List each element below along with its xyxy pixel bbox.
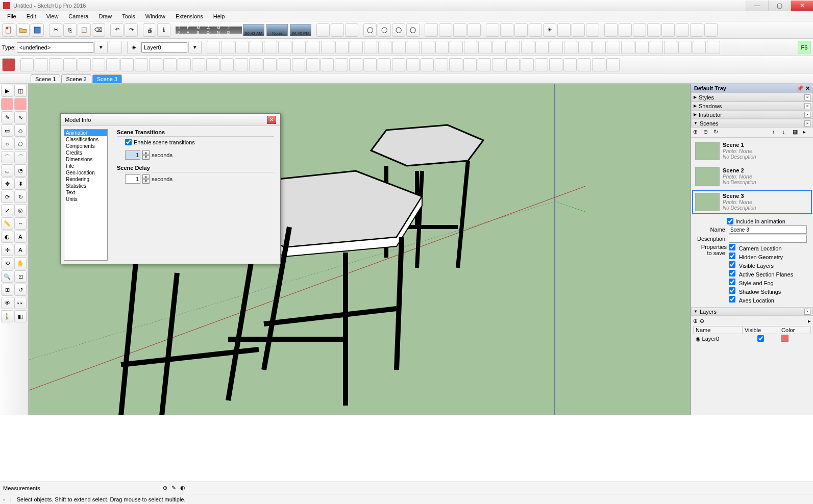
scene-up-icon[interactable]: ↑ xyxy=(772,129,780,137)
paste-icon[interactable]: 📋 xyxy=(78,23,91,37)
toolbar-icon[interactable] xyxy=(621,41,634,54)
toolbar-icon[interactable] xyxy=(350,41,363,54)
scene-menu-icon[interactable]: ▸ xyxy=(803,129,811,137)
menu-edit[interactable]: Edit xyxy=(21,12,41,20)
toolbar-icon[interactable] xyxy=(35,58,48,71)
section-layers[interactable]: ▼Layers× xyxy=(691,307,813,316)
layer-visible-checkbox[interactable] xyxy=(757,335,764,342)
maximize-button[interactable]: ▢ xyxy=(768,1,791,11)
3dtext-icon[interactable]: A xyxy=(14,244,27,256)
dialog-list-item[interactable]: Text xyxy=(64,189,107,196)
toolbar-icon[interactable] xyxy=(453,23,466,37)
toolbar-icon[interactable] xyxy=(650,41,663,54)
toolbar-icon[interactable] xyxy=(578,41,592,54)
toolbar-icon[interactable] xyxy=(478,41,491,54)
toolbar-icon[interactable] xyxy=(206,58,219,71)
pushpull-icon[interactable]: ⬍ xyxy=(14,178,27,190)
time-noon[interactable]: Noon xyxy=(266,24,288,36)
toolbar-icon[interactable] xyxy=(439,23,452,37)
erase-icon[interactable]: ⌫ xyxy=(92,23,105,37)
eraser-icon[interactable] xyxy=(1,98,13,110)
toolbar-icon[interactable] xyxy=(486,23,499,37)
toolbar-icon[interactable] xyxy=(578,58,591,71)
toolbar-icon[interactable] xyxy=(463,58,477,71)
toolbar-icon[interactable] xyxy=(678,41,692,54)
dialog-list-item[interactable]: Geo-location xyxy=(64,169,107,176)
toolbar-icon[interactable] xyxy=(378,41,391,54)
time-afternoon[interactable]: 04:45 PM xyxy=(290,24,311,36)
toolbar-icon[interactable] xyxy=(321,58,334,71)
open-file-icon[interactable] xyxy=(16,23,30,37)
toolbar-icon[interactable] xyxy=(392,41,406,54)
toolbar-icon[interactable] xyxy=(278,58,291,71)
toolbar-icon[interactable] xyxy=(149,58,162,71)
menu-file[interactable]: File xyxy=(2,12,21,20)
tape-icon[interactable]: 📏 xyxy=(1,217,13,230)
toolbar-icon[interactable] xyxy=(331,23,344,37)
arc2-icon[interactable]: ⌒ xyxy=(14,151,27,163)
toolbar-icon[interactable] xyxy=(278,41,291,54)
scene-tab-2[interactable]: Scene 2 xyxy=(61,74,91,83)
menu-view[interactable]: View xyxy=(41,12,64,20)
toolbar-icon[interactable] xyxy=(478,58,491,71)
text-icon[interactable]: A xyxy=(14,231,27,243)
scene-name-input[interactable] xyxy=(729,225,807,234)
layer-row[interactable]: ◉ Layer0 xyxy=(694,334,811,344)
layer-input[interactable] xyxy=(141,42,187,53)
toolbar-icon[interactable] xyxy=(664,41,677,54)
toolbar-icon[interactable] xyxy=(500,23,513,37)
time-morning[interactable]: 06:43 AM xyxy=(243,24,264,36)
toolbar-icon[interactable] xyxy=(450,41,463,54)
scene-tab-1[interactable]: Scene 1 xyxy=(31,74,60,83)
toolbar-icon[interactable] xyxy=(647,23,660,37)
scene-remove-icon[interactable]: ⊖ xyxy=(703,129,711,137)
toolbar-icon[interactable] xyxy=(192,58,205,71)
pan-icon[interactable]: ✋ xyxy=(14,257,27,269)
toolbar-icon[interactable] xyxy=(633,23,646,37)
toolbar-icon[interactable] xyxy=(178,58,191,71)
toolbar-icon[interactable] xyxy=(321,41,334,54)
axes-icon[interactable]: ✛ xyxy=(1,244,13,256)
paint-icon[interactable] xyxy=(14,98,27,110)
toolbar-icon[interactable] xyxy=(235,41,249,54)
scene-update-icon[interactable]: ↻ xyxy=(713,129,722,137)
view-iso-icon[interactable]: ◯ xyxy=(363,23,377,37)
toolbar-icon[interactable] xyxy=(106,58,119,71)
dialog-list-item[interactable]: Animation xyxy=(64,130,107,136)
toolbar-icon[interactable] xyxy=(421,58,434,71)
toolbar-icon[interactable] xyxy=(49,58,62,71)
arc3-icon[interactable]: ◡ xyxy=(1,164,13,177)
layer-dropdown-button[interactable]: ▾ xyxy=(188,41,202,54)
section-scenes[interactable]: ▼Scenes× xyxy=(691,119,813,128)
save-file-icon[interactable] xyxy=(31,23,44,37)
toolbar-icon[interactable] xyxy=(307,41,320,54)
toolbar-icon[interactable] xyxy=(407,41,420,54)
toolbar-icon[interactable] xyxy=(606,58,620,71)
toolbar-icon[interactable] xyxy=(449,58,462,71)
scale-icon[interactable]: ⤢ xyxy=(1,204,13,216)
position-camera-icon[interactable]: 👁 xyxy=(1,297,13,309)
layer-add-icon[interactable]: ⊕ xyxy=(693,318,698,324)
toolbar-icon[interactable] xyxy=(78,58,91,71)
scene-desc-input[interactable] xyxy=(729,235,807,243)
toolbar-icon[interactable] xyxy=(564,41,577,54)
toolbar-icon[interactable] xyxy=(492,58,505,71)
rotate-icon[interactable]: ⟳ xyxy=(1,191,13,203)
toolbar-icon[interactable] xyxy=(363,58,377,71)
delay-seconds-input[interactable] xyxy=(125,174,140,184)
toolbar-icon[interactable] xyxy=(635,41,649,54)
scene-prop-checkbox[interactable] xyxy=(729,261,735,268)
view-front-icon[interactable]: ◯ xyxy=(392,23,405,37)
rectangle-icon[interactable]: ▭ xyxy=(1,124,13,137)
layer-remove-icon[interactable]: ⊖ xyxy=(700,318,704,324)
new-file-icon[interactable] xyxy=(2,23,15,37)
toolbar-icon[interactable] xyxy=(425,23,438,37)
dialog-list-item[interactable]: Components xyxy=(64,143,107,149)
scene-prop-checkbox[interactable] xyxy=(729,244,735,250)
scene-prop-checkbox[interactable] xyxy=(729,279,735,285)
toolbar-icon[interactable] xyxy=(563,58,577,71)
tray-header[interactable]: Default Tray 📌 ✕ xyxy=(691,84,813,93)
toolbar-icon[interactable] xyxy=(572,23,585,37)
followme-icon[interactable]: ↻ xyxy=(14,191,27,203)
toolbar-icon[interactable] xyxy=(250,41,263,54)
